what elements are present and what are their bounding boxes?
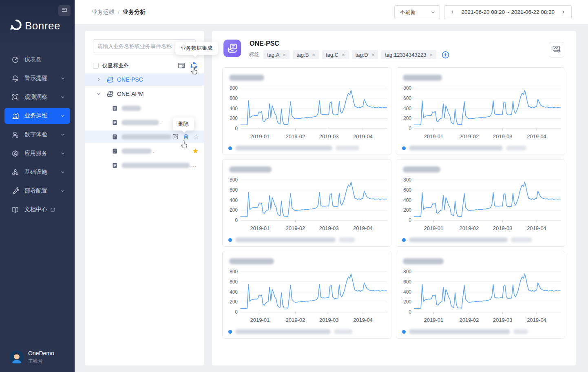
svg-text:800: 800 <box>230 177 238 183</box>
prev-range-icon[interactable] <box>450 9 455 15</box>
breadcrumb-parent[interactable]: 业务运维 <box>92 9 115 16</box>
star-filter-checkbox[interactable] <box>93 63 99 69</box>
app-service-icon <box>11 150 19 157</box>
sidebar-item-1[interactable]: 警示提醒 <box>4 70 70 86</box>
redacted-text <box>122 134 171 140</box>
legend-dot-icon <box>402 238 406 242</box>
caret-right-icon[interactable] <box>96 77 102 82</box>
user-account[interactable]: OneDemo 主账号 <box>10 350 54 365</box>
hand-cursor <box>180 140 190 150</box>
business-ops-icon <box>11 112 19 120</box>
next-range-icon[interactable] <box>561 9 566 15</box>
svg-text:600: 600 <box>403 279 411 285</box>
svg-text:0: 0 <box>235 126 238 131</box>
chart-title-redacted <box>229 75 264 81</box>
sidebar-item-label: 部署配置 <box>24 187 47 195</box>
svg-text:0: 0 <box>409 309 411 315</box>
row-actions: ☆ <box>172 133 199 140</box>
chart-title-redacted <box>229 258 274 264</box>
svg-text:2019-02: 2019-02 <box>285 133 305 140</box>
svg-text:2019-02: 2019-02 <box>285 317 305 323</box>
svg-text:200: 200 <box>403 299 411 305</box>
redacted-text <box>122 163 190 168</box>
svg-text:2019-04: 2019-04 <box>353 317 373 323</box>
legend-dot-icon <box>228 238 232 242</box>
breadcrumb-current: 业务分析 <box>123 9 146 16</box>
svg-text:2019-04: 2019-04 <box>353 133 373 140</box>
star-outline-icon[interactable]: ☆ <box>193 133 199 140</box>
infrastructure-icon <box>11 168 19 176</box>
sidebar-collapse-button[interactable] <box>58 5 71 16</box>
external-link-icon <box>50 207 55 213</box>
legend-dot-icon <box>228 330 232 334</box>
sidebar-item-2[interactable]: 观测洞察 <box>4 89 70 105</box>
sidebar-item-7[interactable]: 部署配置 <box>4 183 70 199</box>
star-filter-row: 仅星标业务 <box>93 61 198 70</box>
tooltip-delete: 删除 <box>173 117 194 131</box>
chart-legend[interactable] <box>402 146 526 151</box>
chevron-down-icon <box>60 95 65 100</box>
star-filter-label: 仅星标业务 <box>102 62 129 69</box>
chart-legend[interactable] <box>228 146 359 151</box>
topbar: 业务运维 / 业务分析 不刷新 2021-06-20 08:20 ~ 2021-… <box>75 0 588 24</box>
svg-text:600: 600 <box>230 187 238 193</box>
date-range-picker[interactable]: 2021-06-20 08:20 ~ 2021-06-22 08:20 <box>444 5 572 19</box>
tag-pill[interactable]: tag:12334343223× <box>381 50 436 59</box>
tag-pill[interactable]: tag:D× <box>352 50 378 59</box>
tag-pill[interactable]: tag:B× <box>293 50 319 59</box>
tag-label: 标签 <box>249 51 259 58</box>
add-tag-icon[interactable] <box>441 51 450 59</box>
tree-node-one-psc[interactable]: ONE-PSC <box>85 73 204 86</box>
tag-remove-icon[interactable]: × <box>371 52 375 58</box>
tree-leaf-redacted[interactable] <box>85 102 204 114</box>
charts-grid: 02004006008002019-012019-022019-032019-0… <box>222 67 565 339</box>
svg-text:0: 0 <box>235 309 238 315</box>
tree-node-label: ONE-PSC <box>117 76 143 83</box>
chart-legend[interactable] <box>402 237 532 242</box>
sidebar-item-0[interactable]: 仪表盘 <box>4 51 70 68</box>
sidebar-item-3[interactable]: 业务运维 <box>4 108 70 124</box>
refresh-interval-select[interactable]: 不刷新 <box>394 5 440 19</box>
event-doc-icon <box>112 134 118 140</box>
caret-down-icon[interactable] <box>96 91 102 96</box>
tag-text: tag:12334343223 <box>385 52 426 58</box>
chart-settings-button[interactable] <box>549 42 564 58</box>
tag-pill[interactable]: tag:A× <box>263 50 290 59</box>
sidebar-item-6[interactable]: 基础设施 <box>4 164 70 180</box>
tree-node-one-apm[interactable]: ONE-APM <box>85 88 204 100</box>
sidebar-menu: 仪表盘警示提醒观测洞察业务运维数字体验应用服务基础设施部署配置文档中心 <box>0 51 75 220</box>
legend-text-redacted <box>235 237 336 242</box>
tag-pill[interactable]: tag:C× <box>322 50 349 59</box>
svg-text:2019-02: 2019-02 <box>459 225 479 231</box>
line-chart: 02004006008002019-012019-022019-032019-0… <box>399 85 563 141</box>
line-chart: 02004006008002019-012019-022019-032019-0… <box>399 268 563 325</box>
tag-remove-icon[interactable]: × <box>429 52 433 58</box>
svg-text:2019-03: 2019-03 <box>319 225 339 231</box>
sidebar-item-label: 仪表盘 <box>24 56 42 63</box>
tag-remove-icon[interactable]: × <box>283 52 286 58</box>
sidebar-item-5[interactable]: 应用服务 <box>4 145 70 162</box>
sidebar-item-8[interactable]: 文档中心 <box>4 202 70 218</box>
legend-text-redacted <box>235 329 331 334</box>
edit-icon[interactable] <box>172 133 179 140</box>
tag-remove-icon[interactable]: × <box>312 52 315 58</box>
chart-legend[interactable] <box>228 329 353 334</box>
svg-text:400: 400 <box>230 289 238 295</box>
business-config-icon[interactable] <box>177 62 186 70</box>
tree-leaf-redacted[interactable]: ... <box>85 159 204 171</box>
chart-legend[interactable] <box>228 237 355 242</box>
star-filled-icon[interactable]: ★ <box>192 148 199 155</box>
svg-text:200: 200 <box>230 207 238 213</box>
logo-wordmark: Bonree <box>25 20 60 32</box>
svg-text:800: 800 <box>230 269 238 275</box>
line-chart: 02004006008002019-012019-022019-032019-0… <box>225 177 389 233</box>
sidebar-item-4[interactable]: 数字体验 <box>4 126 70 143</box>
svg-text:600: 600 <box>230 279 238 285</box>
chart-legend[interactable] <box>402 329 528 334</box>
sidebar: Bonree 仪表盘警示提醒观测洞察业务运维数字体验应用服务基础设施部署配置文档… <box>0 0 75 372</box>
delete-icon[interactable] <box>183 133 190 140</box>
svg-text:2019-02: 2019-02 <box>459 133 479 140</box>
legend-text-redacted <box>506 146 526 151</box>
tag-remove-icon[interactable]: × <box>342 52 345 58</box>
chart-card-2: 02004006008002019-012019-022019-032019-0… <box>222 159 391 247</box>
